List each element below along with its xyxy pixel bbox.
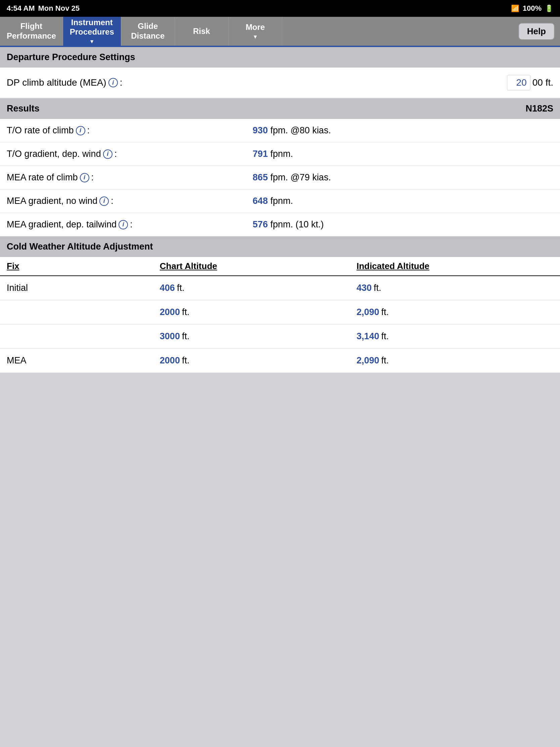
mea-gradient-no-wind-info-icon[interactable]: i	[99, 197, 109, 206]
cwt-indicated-initial: 430 ft.	[356, 283, 553, 293]
status-bar-left: 4:54 AM Mon Nov 25	[7, 4, 80, 13]
cwt-row-2000: 2000 ft. 2,090 ft.	[0, 300, 560, 325]
status-bar-right: 📶 100% 🔋	[511, 4, 553, 13]
to-rate-climb-value: 930 fpm. @80 kias.	[253, 125, 553, 136]
result-row-to-rate-climb: T/O rate of climb i : 930 fpm. @80 kias.	[0, 119, 560, 143]
cwt-indicated-2000: 2,090 ft.	[356, 307, 553, 317]
tab-flight-performance[interactable]: FlightPerformance	[0, 17, 63, 46]
mea-gradient-no-wind-label: MEA gradient, no wind i :	[7, 196, 253, 206]
to-rate-climb-info-icon[interactable]: i	[76, 126, 85, 135]
cwt-col-fix-header: Fix	[7, 261, 160, 272]
result-row-mea-gradient-no-wind: MEA gradient, no wind i : 648 fpnm.	[0, 189, 560, 213]
cwt-chart-initial: 406 ft.	[160, 283, 356, 293]
results-tail-number: N182S	[526, 103, 553, 114]
mea-rate-climb-info-icon[interactable]: i	[80, 173, 89, 182]
results-section-header: Results N182S	[0, 98, 560, 119]
results-title: Results	[7, 103, 39, 114]
to-rate-climb-label: T/O rate of climb i :	[7, 125, 253, 136]
cwt-indicated-mea: 2,090 ft.	[356, 355, 553, 366]
result-row-mea-rate-climb: MEA rate of climb i : 865 fpm. @79 kias.	[0, 166, 560, 189]
cwt-fix-initial: Initial	[7, 283, 160, 293]
to-gradient-value: 791 fpnm.	[253, 149, 553, 159]
mea-gradient-tailwind-value: 576 fpnm. (10 kt.)	[253, 219, 553, 230]
content-area: Departure Procedure Settings DP climb al…	[0, 47, 560, 373]
cwt-row-initial: Initial 406 ft. 430 ft.	[0, 276, 560, 300]
nav-bar: FlightPerformance InstrumentProcedures ▼…	[0, 17, 560, 47]
battery-percent: 100%	[523, 4, 541, 13]
status-day: Mon Nov 25	[38, 4, 80, 13]
mea-rate-climb-value: 865 fpm. @79 kias.	[253, 172, 553, 183]
mea-rate-climb-label: MEA rate of climb i :	[7, 172, 253, 183]
tab-instrument-procedures-label: InstrumentProcedures	[70, 18, 114, 37]
tab-more[interactable]: More ▼	[229, 17, 282, 46]
dp-climb-row: DP climb altitude (MEA) i : 00 ft.	[0, 68, 560, 98]
tab-risk-label: Risk	[193, 27, 210, 36]
dp-climb-suffix: 00 ft.	[532, 77, 553, 88]
tab-flight-performance-label: FlightPerformance	[7, 22, 56, 41]
mea-gradient-tailwind-info-icon[interactable]: i	[118, 220, 128, 229]
cwt-indicated-3000: 3,140 ft.	[356, 331, 553, 342]
cwt-col-indicated-header: Indicated Altitude	[356, 261, 553, 272]
dp-climb-input[interactable]	[507, 75, 530, 91]
cold-weather-section-header: Cold Weather Altitude Adjustment	[0, 236, 560, 257]
dp-climb-info-icon[interactable]: i	[108, 78, 118, 87]
result-row-mea-gradient-tailwind: MEA gradient, dep. tailwind i : 576 fpnm…	[0, 213, 560, 236]
cwt-header-row: Fix Chart Altitude Indicated Altitude	[0, 257, 560, 276]
tab-instrument-procedures[interactable]: InstrumentProcedures ▼	[63, 17, 121, 46]
mea-gradient-tailwind-label: MEA gradient, dep. tailwind i :	[7, 219, 253, 230]
more-chevron-icon: ▼	[252, 33, 258, 40]
tab-glide-distance-label: GlideDistance	[131, 22, 164, 41]
cwt-chart-3000: 3000 ft.	[160, 331, 356, 342]
battery-icon: 🔋	[545, 4, 553, 12]
results-rows: T/O rate of climb i : 930 fpm. @80 kias.…	[0, 119, 560, 236]
cold-weather-table: Fix Chart Altitude Indicated Altitude In…	[0, 257, 560, 373]
wifi-icon: 📶	[511, 4, 519, 12]
cwt-chart-mea: 2000 ft.	[160, 355, 356, 366]
dp-climb-label: DP climb altitude (MEA) i :	[7, 77, 507, 88]
help-button[interactable]: Help	[518, 23, 555, 40]
result-row-to-gradient: T/O gradient, dep. wind i : 791 fpnm.	[0, 143, 560, 166]
chevron-down-icon: ▼	[89, 38, 95, 45]
cwt-row-mea: MEA 2000 ft. 2,090 ft.	[0, 349, 560, 373]
tab-glide-distance[interactable]: GlideDistance	[121, 17, 175, 46]
cwt-chart-2000: 2000 ft.	[160, 307, 356, 317]
status-time: 4:54 AM	[7, 4, 35, 13]
to-gradient-label: T/O gradient, dep. wind i :	[7, 149, 253, 159]
mea-gradient-no-wind-value: 648 fpnm.	[253, 196, 553, 206]
dp-climb-card: DP climb altitude (MEA) i : 00 ft.	[0, 68, 560, 98]
cwt-fix-mea: MEA	[7, 355, 160, 366]
dp-input-group: 00 ft.	[507, 75, 553, 91]
departure-procedure-section-header: Departure Procedure Settings	[0, 47, 560, 68]
tab-more-label: More	[246, 23, 265, 32]
to-gradient-info-icon[interactable]: i	[103, 150, 112, 159]
status-bar: 4:54 AM Mon Nov 25 📶 100% 🔋	[0, 0, 560, 17]
tab-risk[interactable]: Risk	[175, 17, 229, 46]
cwt-col-chart-header: Chart Altitude	[160, 261, 356, 272]
cwt-row-3000: 3000 ft. 3,140 ft.	[0, 325, 560, 349]
